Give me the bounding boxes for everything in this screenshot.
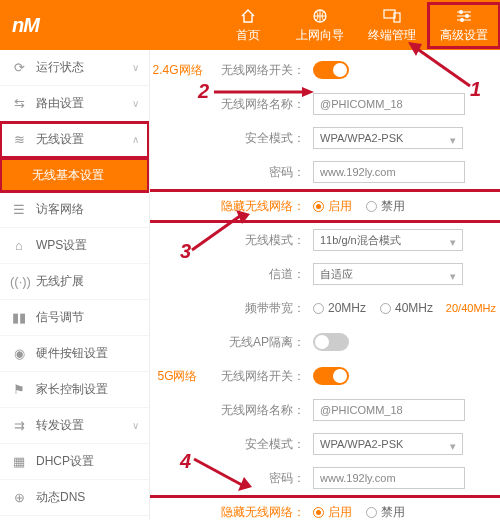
sidebar-label: 硬件按钮设置 — [36, 345, 108, 362]
password-label: 密码： — [205, 164, 313, 181]
wifi-icon: ≋ — [10, 132, 28, 147]
sidebar-label: DHCP设置 — [36, 453, 94, 470]
button-icon: ◉ — [10, 346, 28, 361]
guest-icon: ☰ — [10, 202, 28, 217]
sidebar-item-status[interactable]: ⟳运行状态∨ — [0, 50, 149, 86]
nav-devices-label: 终端管理 — [356, 27, 428, 44]
sidebar-item-wps[interactable]: ⌂WPS设置 — [0, 228, 149, 264]
sidebar-item-hwbutton[interactable]: ◉硬件按钮设置 — [0, 336, 149, 372]
bw-20-radio[interactable]: 20MHz — [313, 301, 366, 315]
sidebar-sub-wireless-basic[interactable]: 无线基本设置 — [0, 158, 149, 192]
flag-icon: ⚑ — [10, 382, 28, 397]
nav-devices[interactable]: 终端管理 — [356, 3, 428, 48]
bw-hint: 20/40MHz — [446, 302, 496, 314]
isolation-label: 无线AP隔离： — [205, 334, 313, 351]
sidebar-item-extend[interactable]: ((·))无线扩展 — [0, 264, 149, 300]
bw-40-radio[interactable]: 40MHz — [380, 301, 433, 315]
sidebar-sub-label: 无线基本设置 — [32, 167, 104, 184]
nav-wizard[interactable]: 上网向导 — [284, 3, 356, 48]
signal-icon: ▮▮ — [10, 310, 28, 325]
channel-24-select[interactable]: 自适应 — [313, 263, 463, 285]
ddns-icon: ⊕ — [10, 490, 28, 505]
nav-home[interactable]: 首页 — [212, 3, 284, 48]
status-icon: ⟳ — [10, 60, 28, 75]
sidebar-item-forward[interactable]: ⇉转发设置∨ — [0, 408, 149, 444]
home-icon — [212, 7, 284, 25]
password-24-input[interactable] — [313, 161, 465, 183]
hide-24-disable-radio[interactable]: 禁用 — [366, 198, 405, 215]
hide-5-disable-radio[interactable]: 禁用 — [366, 504, 405, 521]
sidebar-item-route[interactable]: ⇆路由设置∨ — [0, 86, 149, 122]
band-5-label: 5G网络 — [150, 368, 205, 385]
nav-home-label: 首页 — [212, 27, 284, 44]
forward-icon: ⇉ — [10, 418, 28, 433]
nav-wizard-label: 上网向导 — [284, 27, 356, 44]
svg-line-8 — [192, 216, 240, 250]
security-label: 安全模式： — [205, 130, 313, 147]
security-5-select[interactable]: WPA/WPA2-PSK — [313, 433, 463, 455]
sidebar-label: 无线设置 — [36, 131, 84, 148]
password-5-input[interactable] — [313, 467, 465, 489]
annotation-1: 1 — [470, 78, 481, 101]
sidebar-label: 路由设置 — [36, 95, 84, 112]
bandwidth-label: 频带带宽： — [205, 300, 313, 317]
ssid-24-input[interactable] — [313, 93, 465, 115]
annotation-2: 2 — [198, 80, 209, 103]
hide-24-enable-radio[interactable]: 启用 — [313, 198, 352, 215]
wifi-24-switch[interactable] — [313, 61, 349, 79]
svg-marker-7 — [302, 87, 314, 97]
svg-rect-1 — [384, 10, 395, 18]
sidebar: ⟳运行状态∨ ⇆路由设置∨ ≋无线设置∧ 无线基本设置 ☰访客网络 ⌂WPS设置… — [0, 50, 150, 520]
devices-icon — [356, 7, 428, 25]
annotation-3: 3 — [180, 240, 191, 263]
nav-advanced[interactable]: 高级设置 — [428, 3, 500, 48]
svg-point-5 — [460, 18, 464, 22]
sidebar-label: 运行状态 — [36, 59, 84, 76]
extend-icon: ((·)) — [10, 274, 28, 289]
band-24-label: 2.4G网络 — [150, 62, 205, 79]
sidebar-label: 信号调节 — [36, 309, 84, 326]
sidebar-item-guest[interactable]: ☰访客网络 — [0, 192, 149, 228]
ssid-label: 无线网络名称： — [205, 402, 313, 419]
sidebar-item-ddns[interactable]: ⊕动态DNS — [0, 480, 149, 516]
annotation-4: 4 — [180, 450, 191, 473]
chevron-down-icon: ∨ — [132, 62, 139, 73]
chevron-down-icon: ∨ — [132, 98, 139, 109]
wifi-5-switch[interactable] — [313, 367, 349, 385]
route-icon: ⇆ — [10, 96, 28, 111]
hide-label: 隐藏无线网络： — [205, 504, 313, 521]
chevron-up-icon: ∧ — [132, 134, 139, 145]
hide-5-row: .隐藏无线网络： 启用 禁用 — [150, 498, 500, 520]
sidebar-item-signal[interactable]: ▮▮信号调节 — [0, 300, 149, 336]
sidebar-label: 家长控制设置 — [36, 381, 108, 398]
top-nav: 首页 上网向导 终端管理 高级设置 — [212, 3, 500, 48]
isolation-24-switch[interactable] — [313, 333, 349, 351]
chevron-down-icon: ∨ — [132, 420, 139, 431]
sidebar-item-parental[interactable]: ⚑家长控制设置 — [0, 372, 149, 408]
svg-point-4 — [465, 14, 469, 18]
security-label: 安全模式： — [205, 436, 313, 453]
dhcp-icon: ▦ — [10, 454, 28, 469]
sidebar-item-security[interactable]: ⚿安全设置∨ — [0, 516, 149, 520]
wps-icon: ⌂ — [10, 238, 28, 253]
sidebar-item-dhcp[interactable]: ▦DHCP设置 — [0, 444, 149, 480]
sidebar-label: 动态DNS — [36, 489, 85, 506]
sidebar-label: 访客网络 — [36, 201, 84, 218]
svg-line-12 — [416, 48, 470, 86]
svg-line-10 — [194, 459, 242, 485]
sliders-icon — [428, 7, 500, 25]
sidebar-item-wireless[interactable]: ≋无线设置∧ — [0, 122, 149, 158]
ssid-5-input[interactable] — [313, 399, 465, 421]
mode-24-select[interactable]: 11b/g/n混合模式 — [313, 229, 463, 251]
sidebar-label: WPS设置 — [36, 237, 87, 254]
svg-point-3 — [459, 10, 463, 14]
ssid-label: 无线网络名称： — [205, 96, 313, 113]
switch-label: 无线网络开关： — [205, 62, 313, 79]
content-panel: 2.4G网络无线网络开关： .无线网络名称： .安全模式：WPA/WPA2-PS… — [150, 50, 500, 520]
security-24-select[interactable]: WPA/WPA2-PSK — [313, 127, 463, 149]
hide-5-enable-radio[interactable]: 启用 — [313, 504, 352, 521]
channel-label: 信道： — [205, 266, 313, 283]
sidebar-label: 转发设置 — [36, 417, 84, 434]
nav-advanced-label: 高级设置 — [428, 27, 500, 44]
switch-label: 无线网络开关： — [205, 368, 313, 385]
